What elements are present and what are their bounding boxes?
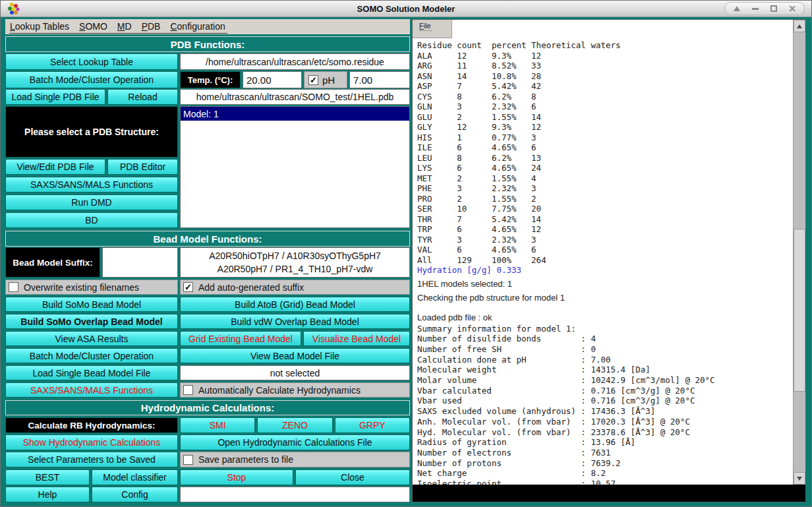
- view-edit-pdb-button[interactable]: View/Edit PDB File: [5, 159, 105, 175]
- output-status-bar: [413, 485, 805, 502]
- output-panel: File Residue count percent Theoretical w…: [412, 19, 806, 502]
- shade-icon[interactable]: [733, 5, 741, 13]
- build-somo-overlap-button[interactable]: Build SoMo Overlap Bead Model: [5, 314, 178, 329]
- auto-calc-hydro-checkbox[interactable]: [183, 385, 193, 395]
- config-button[interactable]: Config: [92, 487, 178, 502]
- grpy-button[interactable]: GRPY: [335, 417, 410, 433]
- suffix-info-line1: A20R50hiOTpH7 / A10R30syOThyG5pH7: [209, 249, 381, 262]
- select-structure-label: Please select a PDB Structure:: [5, 106, 178, 158]
- bd-button[interactable]: BD: [5, 212, 178, 228]
- overwrite-label: Overwrite existing filenames: [24, 282, 139, 293]
- best-button[interactable]: BEST: [5, 469, 90, 485]
- model-list-item[interactable]: Model: 1: [181, 107, 409, 121]
- auto-suffix-row[interactable]: Add auto-generated suffix: [180, 280, 410, 295]
- menu-bar: Lookup TablesSOMOMDPDBConfiguration: [5, 19, 410, 34]
- auto-suffix-label: Add auto-generated suffix: [198, 282, 304, 293]
- menu-item-lookup-tables[interactable]: Lookup Tables: [10, 21, 69, 32]
- pdb-functions-header: PDB Functions:: [5, 36, 410, 52]
- build-vdw-overlap-button[interactable]: Build vdW Overlap Bead Model: [180, 314, 410, 329]
- auto-suffix-checkbox[interactable]: [183, 282, 193, 292]
- saxs-sans-mals-button-2[interactable]: SAXS/SANS/MALS Functions: [5, 382, 178, 398]
- residue-table: Residue count percent Theoretical waters…: [417, 40, 790, 265]
- temperature-field[interactable]: 20.00: [243, 71, 302, 88]
- maximize-icon[interactable]: [770, 5, 778, 13]
- select-parameters-button[interactable]: Select Parameters to be Saved: [5, 452, 178, 467]
- menu-item-configuration[interactable]: Configuration: [170, 21, 225, 32]
- model-classifier-button[interactable]: Model classifier: [92, 469, 178, 485]
- bead-model-functions-header: Bead Model Functions:: [5, 231, 410, 247]
- progress-bar: [180, 487, 410, 502]
- title-bar: SOMO Solution Modeler ✕: [1, 1, 811, 17]
- ph-checkbox[interactable]: [308, 75, 318, 85]
- help-button[interactable]: Help: [5, 487, 90, 502]
- window-controls: ✕: [724, 2, 805, 15]
- build-atob-bead-model-button[interactable]: Build AtoB (Grid) Bead Model: [180, 297, 410, 312]
- auto-calc-hydro-row[interactable]: Automatically Calculate Hydrodynamics: [180, 382, 410, 398]
- select-lookup-table-button[interactable]: Select Lookup Table: [5, 53, 178, 70]
- output-text-area: Residue count percent Theoretical waters…: [413, 38, 792, 485]
- ph-field[interactable]: 7.00: [349, 71, 410, 88]
- visualize-bead-model-button[interactable]: Visualize Bead Model: [303, 331, 410, 346]
- save-parameters-label: Save parameters to file: [198, 454, 293, 465]
- zeno-button[interactable]: ZENO: [257, 417, 332, 433]
- bead-file-status-field: not selected: [180, 365, 410, 380]
- ph-label: pH: [322, 75, 335, 86]
- reload-button[interactable]: Reload: [107, 89, 178, 105]
- batch-mode-button-2[interactable]: Batch Mode/Cluster Operation: [5, 348, 178, 363]
- minimize-icon[interactable]: [751, 5, 759, 13]
- bead-model-suffix-label: Bead Model Suffix:: [5, 247, 100, 278]
- stop-button[interactable]: Stop: [180, 469, 293, 485]
- auto-calc-hydro-label: Automatically Calculate Hydrodynamics: [198, 385, 361, 396]
- pdb-path-field[interactable]: home/ultrascan/ultrascan/SOMO_test/1HEL.…: [180, 89, 410, 105]
- menu-item-somo[interactable]: SOMO: [79, 21, 107, 32]
- build-somo-bead-model-button[interactable]: Build SoMo Bead Model: [5, 297, 178, 312]
- pdb-editor-button[interactable]: PDB Editor: [107, 159, 178, 175]
- smi-button[interactable]: SMI: [180, 417, 255, 433]
- view-asa-results-button[interactable]: View ASA Results: [5, 331, 178, 346]
- batch-mode-button[interactable]: Batch Mode/Cluster Operation: [5, 71, 178, 88]
- loaded-pdb-line: Loaded pdb file : ok: [417, 313, 790, 323]
- summary-block: Summary information for model 1: Number …: [417, 324, 790, 485]
- scroll-up-button[interactable]: [794, 20, 805, 32]
- overwrite-checkbox[interactable]: [9, 282, 18, 292]
- app-window: SOMO Solution Modeler ✕ Lookup TablesSOM…: [0, 0, 812, 507]
- status-line-1: 1HEL models selected: 1: [417, 279, 790, 289]
- somo-control-panel: Lookup TablesSOMOMDPDBConfiguration PDB …: [5, 19, 410, 502]
- overwrite-filenames-row[interactable]: Overwrite existing filenames: [5, 280, 178, 295]
- grid-existing-bead-model-button[interactable]: Grid Existing Bead Model: [180, 331, 301, 346]
- open-hydro-calculations-file-button[interactable]: Open Hydrodynamic Calculations File: [180, 434, 410, 450]
- scroll-up-icon: [797, 24, 802, 28]
- close-icon[interactable]: ✕: [788, 5, 796, 13]
- ph-checkbox-row[interactable]: pH: [304, 71, 347, 88]
- calculate-rb-hydro-label: Calculate RB Hydrodynamics:: [5, 417, 178, 433]
- status-line-2: Checking the pdb structure for model 1: [417, 293, 790, 303]
- close-button[interactable]: Close: [295, 469, 410, 485]
- lookup-table-path-field[interactable]: /home/ultrascan/ultrascan/etc/somo.resid…: [180, 53, 410, 70]
- hydration-line: Hydration [g/g] 0.333: [417, 265, 790, 276]
- view-bead-model-file-button[interactable]: View Bead Model File: [180, 348, 410, 363]
- vertical-scrollbar[interactable]: [793, 20, 805, 485]
- menu-item-md[interactable]: MD: [117, 21, 132, 32]
- file-menu[interactable]: File: [419, 22, 432, 31]
- model-list[interactable]: Model: 1: [180, 106, 410, 228]
- load-single-pdb-button[interactable]: Load Single PDB File: [5, 89, 105, 105]
- menu-items: Lookup TablesSOMOMDPDBConfiguration: [9, 20, 227, 34]
- save-parameters-row[interactable]: Save parameters to file: [180, 452, 410, 467]
- scrollbar-thumb[interactable]: [794, 229, 805, 392]
- window-title: SOMO Solution Modeler: [1, 4, 811, 14]
- run-dmd-button[interactable]: Run DMD: [5, 194, 178, 210]
- menu-item-pdb[interactable]: PDB: [142, 21, 161, 32]
- bead-model-suffix-input[interactable]: [102, 247, 178, 278]
- hydrodynamic-calculations-header: Hydrodynamic Calculations:: [5, 400, 410, 415]
- main-area: Lookup TablesSOMOMDPDBConfiguration PDB …: [1, 17, 811, 506]
- suffix-info-box: A20R50hiOTpH7 / A10R30syOThyG5pH7 A20R50…: [180, 247, 410, 278]
- suffix-info-line2: A20R50pH7 / PR1_4_TH10_pH7-vdw: [218, 262, 373, 276]
- scroll-down-icon: [797, 477, 802, 481]
- load-single-bead-model-button[interactable]: Load Single Bead Model File: [5, 365, 178, 380]
- saxs-sans-mals-button[interactable]: SAXS/SANS/MALS Functions: [5, 177, 178, 193]
- temperature-label: Temp. (°C):: [180, 71, 241, 88]
- show-hydro-calculations-button[interactable]: Show Hydrodynamic Calculations: [5, 434, 178, 450]
- save-parameters-checkbox[interactable]: [183, 455, 193, 465]
- output-menu-bar: File: [413, 20, 452, 38]
- scroll-down-button[interactable]: [794, 472, 805, 485]
